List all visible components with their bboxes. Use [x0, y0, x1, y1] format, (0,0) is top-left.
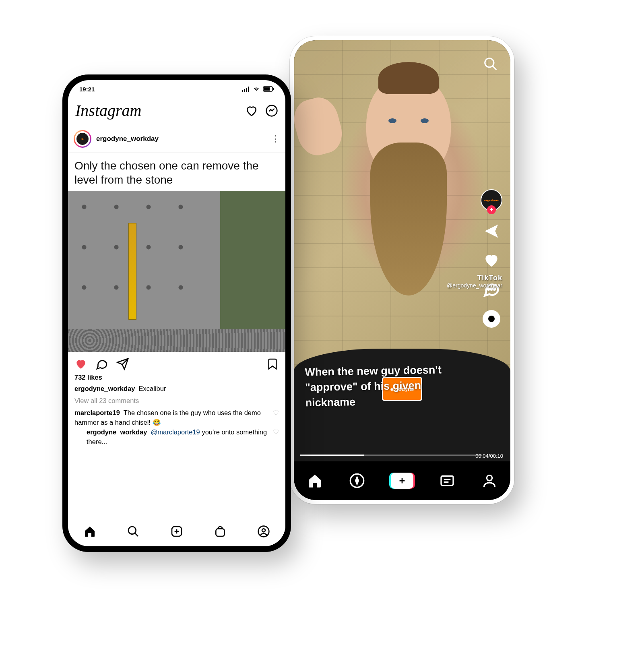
tiktok-video-subject — [344, 74, 473, 219]
save-bookmark-icon[interactable] — [266, 357, 279, 370]
likes-count[interactable]: 732 likes — [74, 373, 279, 382]
discover-tab-icon[interactable] — [349, 473, 365, 489]
search-tab-icon[interactable] — [127, 525, 140, 538]
reply-username[interactable]: ergodyne_workday — [87, 428, 147, 436]
post-meta: 732 likes ergodyne_workday Excalibur Vie… — [68, 373, 285, 452]
tiktok-phone-frame: ergodyne ergodyne + — [290, 36, 514, 504]
battery-icon — [263, 86, 274, 92]
inbox-tab-icon[interactable] — [439, 473, 455, 489]
comment-username[interactable]: marclaporte19 — [74, 409, 120, 416]
share-button-icon[interactable] — [116, 357, 129, 370]
search-icon[interactable] — [483, 56, 498, 72]
post-meme-caption: Only the chosen one can remove the level… — [68, 153, 285, 191]
reply-mention[interactable]: @marclaporte19 — [151, 428, 200, 436]
watermark-brand: TikTok — [447, 274, 502, 282]
shop-tab-icon[interactable] — [214, 525, 227, 538]
tiktok-action-rail: ergodyne + — [481, 189, 502, 329]
instagram-screen: 19:21 Instagram — [68, 80, 285, 546]
like-heart-icon[interactable] — [483, 251, 500, 269]
svg-rect-28 — [216, 529, 224, 536]
svg-rect-15 — [242, 90, 243, 92]
post-image[interactable] — [68, 191, 285, 352]
home-tab-icon[interactable] — [83, 525, 96, 538]
status-time: 19:21 — [79, 86, 95, 93]
comment-like-icon[interactable]: ♡ — [273, 408, 279, 428]
video-progress-bar[interactable] — [300, 455, 482, 456]
svg-rect-17 — [246, 88, 247, 92]
svg-point-0 — [485, 58, 494, 67]
svg-rect-16 — [244, 89, 245, 92]
new-post-tab-icon[interactable] — [170, 525, 183, 538]
caption-text: Excalibur — [139, 385, 166, 392]
post-caption: ergodyne_workday Excalibur — [74, 384, 279, 394]
svg-rect-18 — [248, 87, 249, 92]
instagram-logo[interactable]: Instagram — [75, 101, 141, 120]
caption-username[interactable]: ergodyne_workday — [74, 385, 135, 392]
profile-tab-icon[interactable] — [257, 525, 270, 538]
video-progress-fill — [300, 455, 364, 456]
comment-reply-row: ergodyne_workday @marclaporte19 you're o… — [87, 428, 279, 447]
post-author-username[interactable]: ergodyne_workday — [96, 135, 159, 143]
post-author-avatar[interactable]: E — [74, 130, 91, 148]
svg-point-6 — [488, 316, 495, 322]
svg-marker-8 — [355, 477, 358, 484]
instagram-app-header: Instagram — [68, 98, 285, 125]
view-all-comments-link[interactable]: View all 23 comments — [74, 396, 279, 406]
svg-point-23 — [128, 527, 136, 534]
cellular-icon — [242, 86, 250, 92]
comment-row: marclaporte19 The chosen one is the guy … — [74, 408, 279, 428]
upload-button[interactable] — [391, 473, 413, 489]
tiktok-video-area[interactable]: ergodyne ergodyne + — [294, 40, 510, 461]
video-caption-text: When the new guy doesn't "approve" of hi… — [305, 362, 458, 410]
follow-plus-icon[interactable]: + — [487, 205, 496, 214]
messenger-icon[interactable] — [265, 104, 278, 117]
share-icon[interactable] — [483, 222, 500, 240]
tiktok-screen: ergodyne ergodyne + — [294, 40, 510, 500]
status-bar: 19:21 — [68, 80, 285, 98]
post-header: E ergodyne_workday ⋮ — [68, 125, 285, 153]
reply-like-icon[interactable]: ♡ — [273, 428, 279, 447]
tiktok-tabbar — [294, 461, 510, 500]
svg-line-1 — [493, 66, 497, 70]
level-tool-in-image — [128, 223, 136, 320]
svg-rect-11 — [441, 476, 453, 485]
activity-heart-icon[interactable] — [245, 104, 258, 117]
profile-tab-icon[interactable] — [481, 473, 497, 489]
sound-disc-icon[interactable] — [482, 309, 501, 329]
post-more-icon[interactable]: ⋮ — [271, 134, 280, 144]
svg-point-30 — [262, 529, 265, 532]
tiktok-watermark: TikTok @ergodyne_workgear — [447, 274, 502, 289]
instagram-phone-frame: 19:21 Instagram — [62, 74, 291, 552]
instagram-tabbar — [68, 516, 285, 546]
svg-point-14 — [487, 475, 492, 481]
svg-rect-20 — [264, 87, 270, 91]
post-action-bar — [68, 352, 285, 373]
wifi-icon — [252, 86, 260, 92]
watermark-handle: @ergodyne_workgear — [447, 282, 502, 289]
home-tab-icon[interactable] — [307, 473, 323, 489]
svg-line-24 — [135, 533, 138, 536]
video-time-display: 00:04/00:10 — [475, 453, 503, 459]
svg-rect-21 — [273, 88, 274, 90]
comment-button-icon[interactable] — [95, 357, 108, 370]
like-button-icon[interactable] — [74, 357, 87, 370]
profile-avatar-button[interactable]: ergodyne + — [481, 189, 502, 211]
